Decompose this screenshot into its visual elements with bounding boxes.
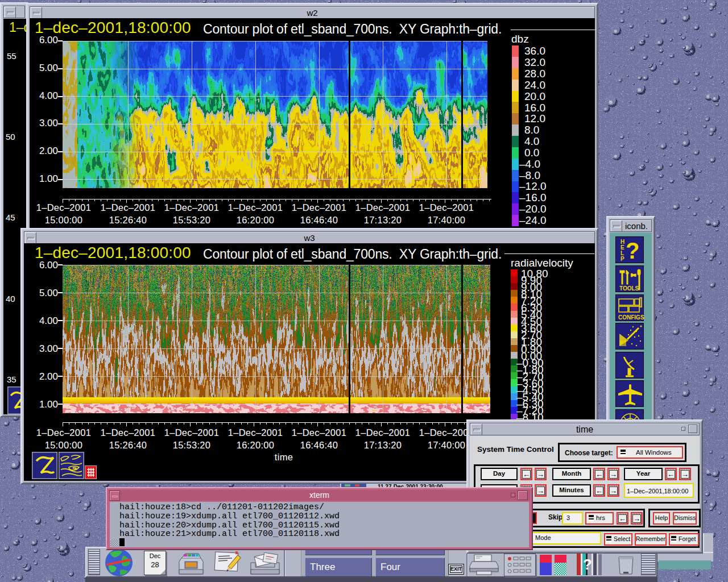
svg-text:✄: ✄ bbox=[631, 272, 636, 278]
svg-text:P: P bbox=[621, 256, 624, 262]
svg-text:?: ? bbox=[626, 238, 639, 263]
svg-text:CONFIGS: CONFIGS bbox=[618, 314, 644, 321]
svg-text:?: ? bbox=[583, 556, 592, 573]
svg-text:TOOLS: TOOLS bbox=[619, 285, 639, 292]
